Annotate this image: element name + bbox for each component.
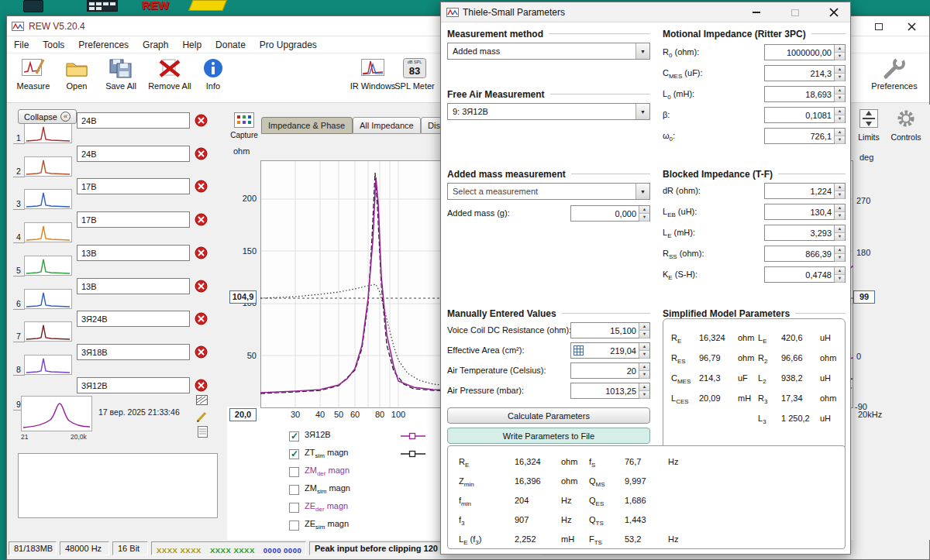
spinner-arrows[interactable]: ▲▼: [834, 66, 845, 81]
trace-options-icon[interactable]: [196, 395, 208, 405]
delete-measurement-button[interactable]: [195, 213, 208, 226]
legend-item-zm-sim[interactable]: ZMsim magn: [289, 483, 425, 496]
info-button[interactable]: Info: [198, 57, 229, 91]
measurement-row-9-selected[interactable]: 9 21 20,0k 17 вер. 2025 21:33:46: [12, 376, 232, 445]
flash-desktop-icon[interactable]: [188, 0, 227, 11]
menu-graph[interactable]: Graph: [136, 37, 175, 53]
maximize-button[interactable]: [869, 19, 889, 34]
open-button[interactable]: Open: [57, 57, 97, 91]
measurement-name-input[interactable]: [77, 377, 190, 393]
delete-measurement-button[interactable]: [195, 345, 208, 359]
measurement-name-input[interactable]: [77, 344, 190, 360]
measurement-row-7[interactable]: 7: [12, 310, 232, 342]
tab-impedance-phase[interactable]: Impedance & Phase: [261, 117, 353, 134]
legend-item-zt-sim[interactable]: ZTsim magn: [289, 448, 425, 460]
write-parameters-button[interactable]: Write Parameters to File: [447, 428, 650, 444]
spinner-arrows[interactable]: ▲▼: [834, 129, 845, 143]
measure-button[interactable]: Measure: [12, 57, 55, 91]
spinner-arrows[interactable]: ▲▼: [639, 363, 649, 378]
free-air-measurement-dropdown[interactable]: 9: 3Я12В ▼: [447, 103, 650, 120]
spinner-arrows[interactable]: ▲▼: [834, 108, 845, 122]
delete-measurement-button[interactable]: [195, 114, 208, 127]
menu-preferences[interactable]: Preferences: [71, 37, 136, 53]
dialog-close-button[interactable]: [824, 5, 844, 20]
legend-item-ze-der[interactable]: ZEder magn: [289, 501, 425, 514]
spinner-arrows[interactable]: ▲▼: [834, 225, 845, 240]
delete-measurement-button[interactable]: [195, 147, 208, 160]
notes-document-icon[interactable]: [198, 426, 208, 438]
menu-pro-upgrades[interactable]: Pro Upgrades: [253, 37, 324, 53]
legend-checkbox[interactable]: [289, 467, 299, 477]
measurement-name-input[interactable]: [77, 311, 190, 327]
spinner-arrows[interactable]: ▲▼: [834, 204, 845, 219]
controls-button[interactable]: Controls: [886, 108, 926, 142]
legend-checkbox[interactable]: [289, 431, 299, 441]
preferences-button[interactable]: Preferences: [869, 57, 920, 91]
beta-spinner[interactable]: 0,1081▲▼: [764, 107, 846, 123]
taskbar-grid-icon[interactable]: [87, 0, 118, 12]
effective-area-spinner[interactable]: 219,04 ▲▼: [570, 342, 650, 359]
menu-file[interactable]: File: [7, 37, 36, 53]
measurement-notes-box[interactable]: [18, 453, 218, 518]
spinner-arrows[interactable]: ▲▼: [639, 343, 649, 358]
legend-item-zm-der[interactable]: ZMder magn: [289, 466, 425, 478]
spinner-arrows[interactable]: ▲▼: [834, 267, 845, 282]
r0-spinner[interactable]: 1000000,00▲▼: [764, 44, 846, 60]
measurement-name-input[interactable]: [77, 146, 190, 162]
save-all-button[interactable]: Save All: [98, 57, 143, 91]
dropdown-arrow-icon[interactable]: ▼: [636, 104, 649, 119]
voice-coil-resistance-spinner[interactable]: 15,100 ▲▼: [570, 322, 650, 338]
delete-measurement-button[interactable]: [195, 246, 208, 259]
legend-item-ze-sim[interactable]: ZEsim magn: [289, 519, 425, 531]
spinner-arrows[interactable]: ▲▼: [834, 45, 845, 60]
dropdown-arrow-icon[interactable]: ▼: [636, 184, 649, 199]
added-mass-measurement-dropdown[interactable]: Select a measurement ▼: [447, 183, 650, 200]
legend-item-measured[interactable]: 3Я12В: [289, 430, 425, 442]
delete-measurement-button[interactable]: [195, 180, 208, 193]
menu-donate[interactable]: Donate: [208, 37, 253, 53]
collapse-sidebar-button[interactable]: Collapse «: [18, 109, 77, 124]
menu-tools[interactable]: Tools: [36, 37, 71, 53]
measurement-name-input[interactable]: [77, 178, 190, 194]
spinner-arrows[interactable]: ▲▼: [834, 246, 845, 261]
le-spinner[interactable]: 3,293▲▼: [764, 225, 846, 241]
calculate-parameters-button[interactable]: Calculate Parameters: [447, 407, 650, 424]
spinner-arrows[interactable]: ▲▼: [639, 206, 649, 221]
measurement-name-input[interactable]: [77, 211, 190, 228]
measurement-name-input[interactable]: [77, 278, 190, 294]
air-pressure-spinner[interactable]: 1013,25 ▲▼: [570, 383, 650, 399]
spinner-arrows[interactable]: ▲▼: [639, 383, 649, 398]
menu-help[interactable]: Help: [175, 37, 208, 53]
spl-meter-button[interactable]: dB SPL 83 SPL Meter: [391, 57, 438, 91]
l0-spinner[interactable]: 18,693▲▼: [764, 86, 846, 102]
legend-checkbox[interactable]: [289, 503, 299, 513]
remove-all-button[interactable]: Remove All: [145, 57, 195, 91]
edit-pencil-icon[interactable]: [196, 411, 208, 423]
leb-spinner[interactable]: 130,4▲▼: [764, 204, 846, 220]
taskbar-app-icon[interactable]: [23, 0, 43, 12]
rew-desktop-logo[interactable]: REW: [142, 0, 169, 12]
legend-checkbox[interactable]: [289, 485, 299, 495]
spinner-arrows[interactable]: ▲▼: [834, 184, 845, 198]
spinner-arrows[interactable]: ▲▼: [639, 323, 649, 338]
measurement-row-3[interactable]: 3: [12, 177, 232, 210]
measurement-row-8[interactable]: 8: [12, 343, 232, 376]
air-temperature-spinner[interactable]: 20 ▲▼: [570, 362, 650, 379]
measurement-row-4[interactable]: 4: [12, 211, 232, 243]
omega0-spinner[interactable]: 726,1▲▼: [764, 128, 846, 144]
legend-checkbox[interactable]: [289, 520, 299, 531]
dialog-minimize-button[interactable]: [746, 5, 766, 20]
measurement-row-5[interactable]: 5: [12, 244, 232, 277]
measurement-row-6[interactable]: 6: [12, 277, 232, 310]
added-mass-spinner[interactable]: 0,000 ▲▼: [570, 205, 650, 222]
capture-button[interactable]: Capture: [229, 112, 260, 139]
measurement-method-dropdown[interactable]: Added mass ▼: [447, 43, 650, 60]
measurement-row-2[interactable]: 2: [12, 145, 232, 177]
dropdown-arrow-icon[interactable]: ▼: [636, 43, 649, 59]
tab-all-impedance[interactable]: All Impedance: [353, 117, 421, 134]
ir-windows-button[interactable]: IR Windows: [350, 57, 396, 91]
legend-checkbox[interactable]: [289, 449, 299, 459]
delete-measurement-button[interactable]: [195, 280, 208, 293]
rss-spinner[interactable]: 866,39▲▼: [764, 246, 846, 262]
cmes-spinner[interactable]: 214,3▲▼: [764, 65, 846, 81]
